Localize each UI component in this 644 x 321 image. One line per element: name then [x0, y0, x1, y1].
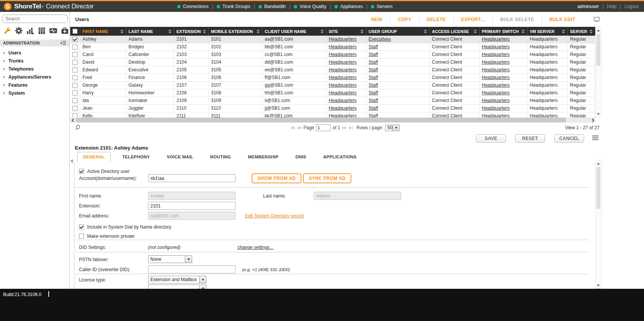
sort-icon[interactable]: [472, 30, 477, 33]
link-primary-switch[interactable]: Headquarters: [482, 98, 510, 103]
link-site[interactable]: Headquarters: [329, 98, 357, 103]
collapse-tree-icon[interactable]: [60, 41, 66, 45]
table-row[interactable]: HarryHomeworker21083108hh@SB1.comHeadqua…: [70, 89, 595, 97]
link-primary-switch[interactable]: Headquarters: [482, 105, 510, 111]
sidebar-item-features[interactable]: Features: [0, 81, 69, 89]
row-checkbox[interactable]: [72, 67, 77, 72]
row-checkbox[interactable]: [72, 37, 77, 42]
scroll-up-icon[interactable]: [596, 28, 601, 33]
nav-item-connections[interactable]: Connections: [177, 4, 209, 9]
save-button[interactable]: SAVE: [476, 134, 506, 143]
tab-applications[interactable]: APPLICATIONS: [318, 152, 362, 162]
column-header-server-type[interactable]: SERVER TYPE: [568, 27, 595, 36]
sort-icon[interactable]: [319, 30, 324, 33]
expander-icon[interactable]: [3, 76, 5, 79]
sort-icon[interactable]: [255, 30, 260, 33]
column-header-access-license[interactable]: ACCESS LICENSE: [430, 27, 479, 36]
link-site[interactable]: Headquarters: [329, 82, 357, 88]
dial-by-name-checkbox[interactable]: [79, 224, 84, 229]
link-primary-switch[interactable]: Headquarters: [482, 90, 510, 95]
table-row[interactable]: BenBridges21023102bb@SB1.comHeadquarters…: [70, 43, 595, 51]
directory-columns-icon[interactable]: [38, 26, 46, 35]
table-row[interactable]: IdaIcemaker21093109ii@SB1.comHeadquarter…: [70, 97, 595, 105]
sort-icon[interactable]: [520, 30, 525, 33]
column-header-client-user-name[interactable]: CLIENT USER NAME: [262, 27, 326, 36]
sidebar-item-users[interactable]: Users: [0, 49, 69, 57]
link-site[interactable]: Headquarters: [329, 90, 357, 95]
expander-icon[interactable]: [3, 59, 5, 63]
page-input[interactable]: [316, 124, 331, 131]
help-link[interactable]: Help: [607, 4, 616, 9]
row-checkbox[interactable]: [72, 75, 77, 80]
row-checkbox[interactable]: [72, 114, 77, 117]
sort-icon[interactable]: [167, 30, 171, 33]
tab-telephony[interactable]: TELEPHONY: [117, 152, 155, 162]
sync-from-ad-button[interactable]: SYNC FROM AD: [303, 173, 351, 183]
scrollbar-thumb[interactable]: [76, 118, 566, 122]
sidebar-item-telephones[interactable]: Telephones: [0, 65, 69, 73]
link-user-group[interactable]: Staff: [369, 98, 378, 103]
row-checkbox[interactable]: [72, 83, 77, 88]
scroll-down-icon[interactable]: [596, 283, 601, 288]
active-directory-user-checkbox[interactable]: [79, 169, 84, 174]
scrollbar-thumb[interactable]: [596, 167, 600, 209]
column-header-first-name[interactable]: FIRST NAME: [80, 27, 126, 36]
wrench-icon[interactable]: [3, 26, 12, 35]
partial-select[interactable]: [148, 285, 206, 289]
link-primary-switch[interactable]: Headquarters: [482, 75, 510, 80]
sidebar-item-trunks[interactable]: Trunks: [0, 57, 69, 65]
copy-button[interactable]: COPY: [390, 16, 419, 23]
link-user-group[interactable]: Staff: [369, 113, 378, 117]
link-site[interactable]: Headquarters: [329, 113, 357, 117]
last-page-icon[interactable]: [349, 126, 353, 130]
expander-icon[interactable]: [3, 67, 5, 71]
tab-routing[interactable]: ROUTING: [205, 152, 236, 162]
row-checkbox[interactable]: [72, 60, 77, 65]
sort-icon[interactable]: [359, 30, 364, 33]
panel-rows-icon[interactable]: [592, 135, 598, 140]
scroll-up-icon[interactable]: [596, 161, 601, 166]
nav-item-servers[interactable]: Servers: [371, 4, 392, 9]
nav-item-bandwidth[interactable]: Bandwidth: [259, 4, 286, 9]
row-checkbox[interactable]: [72, 106, 77, 111]
table-horizontal-scrollbar[interactable]: [70, 117, 595, 123]
report-chart-icon[interactable]: [26, 26, 35, 35]
column-header-user-group[interactable]: USER GROUP: [366, 27, 430, 36]
link-user-group[interactable]: Staff: [369, 44, 378, 49]
column-header-extension[interactable]: EXTENSION: [174, 27, 209, 36]
select-all-checkbox[interactable]: [72, 29, 77, 34]
filter-search-icon[interactable]: [75, 125, 81, 131]
cancel-button[interactable]: CANCEL: [554, 134, 584, 143]
diagnostics-monitor-icon[interactable]: [49, 26, 58, 35]
link-primary-switch[interactable]: Headquarters: [482, 113, 510, 117]
row-checkbox[interactable]: [72, 44, 77, 49]
first-page-icon[interactable]: [291, 126, 295, 130]
link-user-group[interactable]: Staff: [369, 59, 378, 65]
bulk-delete-button[interactable]: BULK DELETE: [492, 16, 542, 23]
table-row[interactable]: KellyKiteflyer21113111kk@SB1.comHeadquar…: [70, 112, 595, 117]
link-user-group[interactable]: Staff: [369, 105, 378, 111]
link-user-group[interactable]: Executives: [369, 36, 391, 42]
search-input[interactable]: [2, 15, 68, 23]
logout-link[interactable]: Logout: [624, 4, 639, 9]
table-row[interactable]: FredFinance21063106ff@SB1.comHeadquarter…: [70, 74, 595, 82]
link-user-group[interactable]: Staff: [369, 67, 378, 72]
next-page-icon[interactable]: [342, 126, 347, 130]
link-site[interactable]: Headquarters: [329, 44, 357, 49]
detail-vertical-scrollbar[interactable]: [595, 160, 601, 289]
bulk-edit-button[interactable]: BULK EDIT: [542, 16, 583, 23]
account-input[interactable]: [148, 174, 236, 182]
column-header-vm-server[interactable]: VM SERVER: [527, 27, 568, 36]
scroll-down-icon[interactable]: [596, 111, 601, 117]
toolbox-add-icon[interactable]: [61, 26, 69, 35]
link-user-group[interactable]: Staff: [369, 82, 378, 88]
tab-general[interactable]: GENERAL: [77, 152, 111, 162]
table-row[interactable]: JeanJuggler21103110jj@SB1.comHeadquarter…: [70, 105, 595, 112]
link-primary-switch[interactable]: Headquarters: [482, 44, 510, 49]
column-header-site[interactable]: SITE: [326, 27, 366, 36]
sidebar-item-system[interactable]: System: [0, 89, 69, 97]
expander-icon[interactable]: [3, 51, 5, 54]
expander-icon[interactable]: [3, 84, 5, 87]
tab-dnis[interactable]: DNIS: [290, 152, 311, 162]
table-row[interactable]: GeorgeGalaxy21073107gg@SB1.comHeadquarte…: [70, 82, 595, 89]
